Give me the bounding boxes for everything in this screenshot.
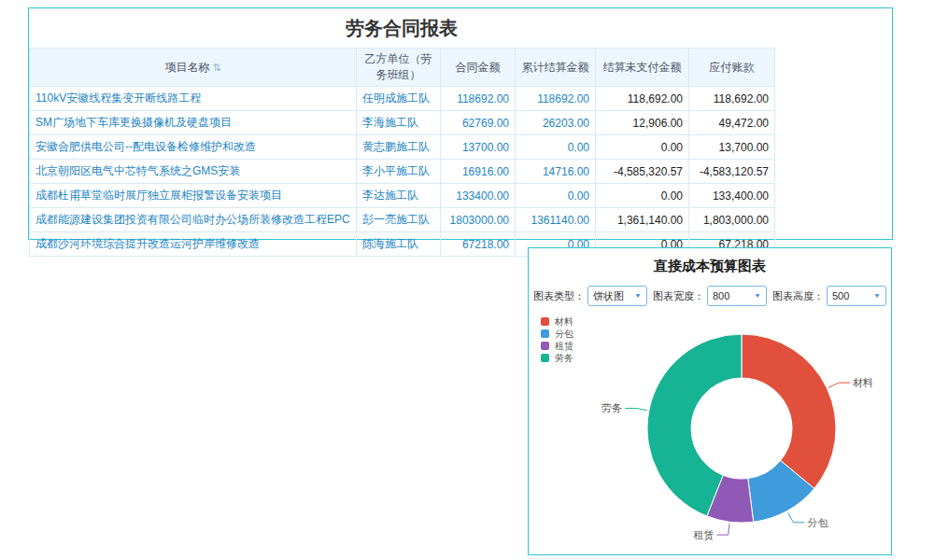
cell-contract: 1803000.00 [441, 208, 516, 232]
cell-contract: 67218.00 [441, 232, 516, 257]
cell-payable: 13,700.00 [689, 135, 775, 160]
project-name-link[interactable]: 成都杜甫草堂临时展厅独立展柜报警设备安装项目 [30, 184, 357, 208]
project-name-link[interactable]: 北京朝阳区电气中芯特气系统之GMS安装 [30, 160, 357, 184]
project-name-link[interactable]: 安徽合肥供电公司--配电设备检修维护和改造 [30, 135, 357, 160]
cell-settled: 118692.00 [516, 87, 596, 111]
cell-unit: 任明成施工队 [357, 87, 441, 111]
cost-budget-chart-panel: 直接成本预算图表 图表类型：饼状图▼图表宽度：800▼图表高度：500▼ 材料分… [528, 247, 892, 555]
cell-settled: 14716.00 [516, 160, 596, 184]
cell-payable: 1,803,000.00 [689, 208, 775, 232]
control-label: 图表高度： [772, 289, 824, 303]
label-line [828, 383, 850, 387]
cell-contract: 16916.00 [441, 160, 516, 184]
cell-unit: 陈海施工队 [357, 232, 441, 257]
cell-contract: 133400.00 [441, 184, 516, 208]
project-name-link[interactable]: 成都能源建设集团投资有限公司临时办公场所装修改造工程EPC [30, 208, 357, 232]
table-row: SM广场地下车库更换摄像机及硬盘项目李海施工队62769.0026203.001… [30, 111, 775, 135]
label-line [625, 408, 647, 410]
chevron-down-icon: ▼ [754, 292, 761, 299]
table-header: 项目名称⇅乙方单位（劳务班组）合同金额累计结算金额结算未支付金额应付账款 [30, 49, 775, 87]
column-header-settled: 累计结算金额 [516, 49, 596, 87]
project-name-link[interactable]: 110kV安徽线程集变开断线路工程 [30, 87, 357, 111]
table-body: 110kV安徽线程集变开断线路工程任明成施工队118692.00118692.0… [30, 87, 775, 257]
cell-unpaid: -4,585,320.57 [596, 160, 689, 184]
cell-unpaid: 0.00 [596, 135, 689, 160]
cell-contract: 13700.00 [441, 135, 516, 160]
contracts-table: 项目名称⇅乙方单位（劳务班组）合同金额累计结算金额结算未支付金额应付账款 110… [29, 48, 775, 257]
cell-unit: 李小平施工队 [357, 160, 441, 184]
report-title: 劳务合同报表 [29, 8, 774, 48]
cell-payable: 133,400.00 [689, 184, 775, 208]
project-name-link[interactable]: 成都沙河环境综合提升改造运河护岸维修改造 [30, 232, 357, 257]
cell-unpaid: 1,361,140.00 [596, 208, 689, 232]
project-name-link[interactable]: SM广场地下车库更换摄像机及硬盘项目 [30, 111, 357, 135]
cell-unpaid: 12,906.00 [596, 111, 689, 135]
chart-title: 直接成本预算图表 [529, 248, 891, 275]
cell-settled: 1361140.00 [516, 208, 596, 232]
label-line [717, 524, 730, 535]
table-row: 成都杜甫草堂临时展厅独立展柜报警设备安装项目李达施工队133400.000.00… [30, 184, 775, 208]
cell-unit: 李海施工队 [357, 111, 441, 135]
cell-unpaid: 0.00 [596, 184, 689, 208]
cell-payable: -4,583,120.57 [689, 160, 775, 184]
cell-contract: 62769.00 [441, 111, 516, 135]
chevron-down-icon: ▼ [873, 292, 881, 299]
cell-settled: 0.00 [516, 184, 596, 208]
slice-label-分包: 分包 [807, 517, 828, 528]
table-row: 安徽合肥供电公司--配电设备检修维护和改造黄志鹏施工队13700.000.000… [30, 135, 775, 160]
table-row: 北京朝阳区电气中芯特气系统之GMS安装李小平施工队16916.0014716.0… [30, 160, 775, 184]
slice-label-材料: 材料 [853, 377, 873, 388]
slice-label-租赁: 租赁 [694, 529, 715, 540]
label-line [788, 512, 805, 523]
column-header-unit: 乙方单位（劳务班组） [357, 49, 441, 87]
cell-unit: 彭一亮施工队 [357, 208, 441, 232]
column-header-payable: 应付账款 [689, 49, 775, 87]
select-value: 500 [832, 290, 849, 301]
column-header-name[interactable]: 项目名称⇅ [30, 49, 357, 87]
control-label: 图表类型： [533, 289, 585, 303]
cell-settled: 0.00 [516, 135, 596, 160]
control-label: 图表宽度： [653, 289, 704, 303]
table-row: 110kV安徽线程集变开断线路工程任明成施工队118692.00118692.0… [30, 87, 775, 111]
sort-icon[interactable]: ⇅ [212, 62, 220, 73]
select-value: 饼状图 [593, 289, 624, 303]
select-value: 800 [713, 290, 729, 301]
column-header-contract: 合同金额 [441, 49, 516, 87]
cell-settled: 26203.00 [516, 111, 596, 135]
chevron-down-icon: ▼ [634, 292, 642, 299]
pie-slice-材料[interactable] [742, 334, 836, 488]
slice-label-劳务: 劳务 [601, 402, 622, 413]
column-header-unpaid: 结算未支付金额 [596, 49, 689, 87]
cell-contract: 118692.00 [441, 87, 516, 111]
cell-payable: 118,692.00 [689, 87, 775, 111]
donut-chart: 材料分包租赁劳务 [529, 302, 891, 553]
cell-unit: 黄志鹏施工队 [357, 135, 441, 160]
cell-unpaid: 118,692.00 [596, 87, 689, 111]
table-row: 成都能源建设集团投资有限公司临时办公场所装修改造工程EPC彭一亮施工队18030… [30, 208, 775, 232]
cell-payable: 49,472.00 [689, 111, 775, 135]
labor-contract-report-panel: 劳务合同报表 项目名称⇅乙方单位（劳务班组）合同金额累计结算金额结算未支付金额应… [28, 7, 893, 240]
cell-unit: 李达施工队 [357, 184, 441, 208]
header-row: 项目名称⇅乙方单位（劳务班组）合同金额累计结算金额结算未支付金额应付账款 [30, 49, 775, 87]
